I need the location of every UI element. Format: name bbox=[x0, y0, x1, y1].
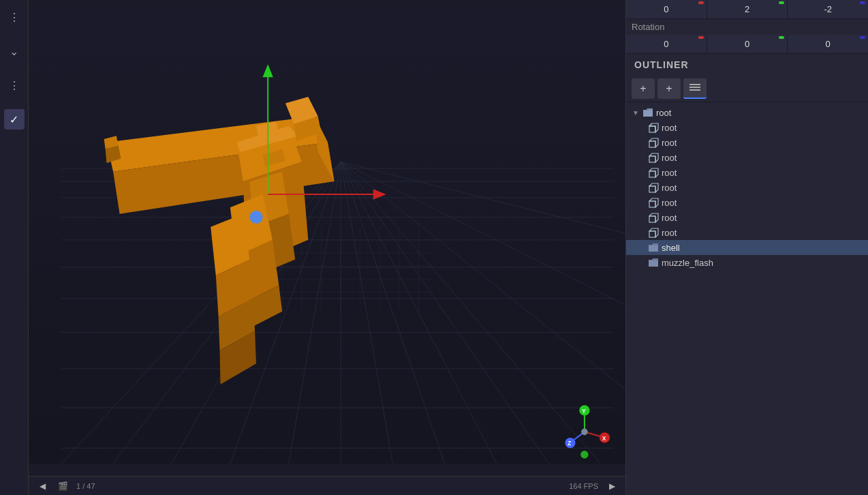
svg-marker-90 bbox=[649, 153, 658, 162]
svg-text:X: X bbox=[602, 435, 606, 442]
svg-rect-82 bbox=[649, 126, 655, 132]
tree-item-root-4[interactable]: root bbox=[626, 165, 868, 180]
cube-icon-4 bbox=[648, 167, 659, 178]
sidebar-chevron[interactable]: ⌄ bbox=[4, 41, 25, 61]
outliner-tree: ▼ root bbox=[626, 102, 868, 273]
fps-display: 164 FPS bbox=[569, 482, 598, 490]
sidebar-dots-top[interactable]: ⋮ bbox=[4, 7, 25, 27]
next-frame-btn[interactable]: ▶ bbox=[605, 479, 619, 493]
svg-point-78 bbox=[580, 451, 588, 458]
svg-line-84 bbox=[649, 123, 652, 126]
tree-item-root-folder[interactable]: ▼ root bbox=[626, 105, 868, 120]
tree-item-root-5[interactable]: root bbox=[626, 180, 868, 195]
svg-rect-81 bbox=[689, 89, 700, 91]
tree-item-root-3-label: root bbox=[662, 153, 677, 163]
outliner-add-btn[interactable]: + bbox=[632, 78, 655, 99]
outliner-filter-btn[interactable] bbox=[683, 78, 707, 99]
rotation-y-cell[interactable]: 0 bbox=[707, 35, 788, 53]
tree-item-muzzle-flash-label: muzzle_flash bbox=[662, 258, 713, 268]
frame-label: 1 / 47 bbox=[76, 482, 95, 490]
outliner-header: OUTLINER bbox=[626, 54, 868, 76]
rotation-x-value: 0 bbox=[664, 39, 668, 49]
tree-item-root-7-label: root bbox=[662, 213, 677, 223]
rotation-label-row: Rotation bbox=[626, 19, 868, 35]
tree-item-shell[interactable]: shell bbox=[626, 240, 868, 255]
tree-item-root-1-label: root bbox=[662, 123, 677, 133]
svg-rect-87 bbox=[649, 141, 655, 147]
tree-item-root-3[interactable]: root bbox=[626, 150, 868, 165]
position-x-value: 0 bbox=[664, 4, 668, 14]
tree-item-root-5-label: root bbox=[662, 183, 677, 193]
rotation-z-value: 0 bbox=[826, 39, 831, 49]
svg-rect-79 bbox=[689, 84, 700, 85]
svg-rect-89 bbox=[649, 156, 655, 162]
chevron-root: ▼ bbox=[632, 108, 640, 117]
cube-icon-6 bbox=[648, 197, 659, 208]
folder-icon-muzzle bbox=[648, 257, 659, 268]
outliner-add2-btn[interactable]: + bbox=[657, 78, 681, 99]
svg-text:Z: Z bbox=[568, 440, 571, 447]
rotation-y-value: 0 bbox=[745, 39, 749, 49]
cube-icon-1 bbox=[648, 122, 659, 133]
tree-item-root-6[interactable]: root bbox=[626, 195, 868, 210]
rotation-z-cell[interactable]: 0 bbox=[788, 35, 868, 53]
svg-marker-92 bbox=[649, 168, 658, 177]
svg-rect-93 bbox=[649, 186, 655, 192]
main-area: Y Z X ◀ 🎬 1 / 47 164 FPS ▶ bbox=[29, 0, 625, 495]
position-z-value: -2 bbox=[824, 4, 832, 14]
sidebar-dots-mid[interactable]: ⋮ bbox=[4, 75, 25, 95]
tree-item-root-7[interactable]: root bbox=[626, 210, 868, 225]
svg-text:Y: Y bbox=[582, 408, 586, 415]
position-x-cell[interactable]: 0 bbox=[626, 0, 707, 18]
tree-item-root-8-label: root bbox=[662, 228, 677, 238]
svg-marker-94 bbox=[649, 183, 658, 192]
position-y-value: 2 bbox=[745, 4, 749, 14]
tree-item-shell-label: shell bbox=[662, 243, 680, 253]
rotation-row: 0 0 0 bbox=[626, 35, 868, 54]
outliner-toolbar: + + bbox=[626, 76, 868, 102]
tree-item-root-2[interactable]: root bbox=[626, 135, 868, 150]
position-row: 0 2 -2 bbox=[626, 0, 868, 19]
tree-item-root-2-label: root bbox=[662, 138, 677, 148]
cube-icon-8 bbox=[648, 227, 659, 238]
tree-item-root-8[interactable]: root bbox=[626, 225, 868, 240]
viewport-3d[interactable]: Y Z X bbox=[29, 0, 625, 476]
svg-rect-97 bbox=[649, 216, 655, 222]
svg-rect-99 bbox=[649, 231, 655, 237]
svg-marker-100 bbox=[649, 228, 658, 237]
transform-section: 0 2 -2 Rotation 0 0 bbox=[626, 0, 868, 54]
sidebar-check[interactable]: ✓ bbox=[4, 109, 25, 130]
cube-icon-5 bbox=[648, 182, 659, 193]
tree-item-root-1[interactable]: root bbox=[626, 120, 868, 135]
svg-point-77 bbox=[581, 429, 588, 436]
folder-icon-shell bbox=[648, 242, 659, 253]
folder-icon-root bbox=[642, 107, 653, 118]
svg-rect-80 bbox=[689, 87, 700, 88]
right-panel: 0 2 -2 Rotation 0 0 bbox=[625, 0, 868, 495]
svg-marker-88 bbox=[649, 138, 658, 147]
viewport-scene: Y Z X bbox=[29, 0, 625, 476]
svg-rect-91 bbox=[649, 171, 655, 177]
svg-rect-0 bbox=[29, 12, 625, 464]
tree-item-root-6-label: root bbox=[662, 198, 677, 208]
prev-frame-btn[interactable]: ◀ bbox=[35, 479, 49, 493]
rotation-label: Rotation bbox=[632, 22, 664, 32]
tree-item-root-4-label: root bbox=[662, 168, 677, 178]
tree-item-muzzle-flash[interactable]: muzzle_flash bbox=[626, 255, 868, 270]
outliner-section: OUTLINER + + ▼ bbox=[626, 54, 868, 495]
rotation-x-cell[interactable]: 0 bbox=[626, 35, 707, 53]
tree-item-root-folder-label: root bbox=[656, 108, 671, 118]
frame-icon: 🎬 bbox=[56, 479, 69, 493]
cube-icon-7 bbox=[648, 212, 659, 223]
cube-icon-2 bbox=[648, 137, 659, 148]
position-z-cell[interactable]: -2 bbox=[788, 0, 868, 18]
svg-point-67 bbox=[249, 211, 262, 224]
bottom-bar: ◀ 🎬 1 / 47 164 FPS ▶ bbox=[29, 476, 625, 495]
left-sidebar: ⋮ ⌄ ⋮ ✓ bbox=[0, 0, 29, 495]
position-y-cell[interactable]: 2 bbox=[707, 0, 788, 18]
svg-rect-95 bbox=[649, 201, 655, 207]
svg-marker-98 bbox=[649, 213, 658, 222]
cube-icon-3 bbox=[648, 152, 659, 163]
svg-marker-96 bbox=[649, 198, 658, 207]
